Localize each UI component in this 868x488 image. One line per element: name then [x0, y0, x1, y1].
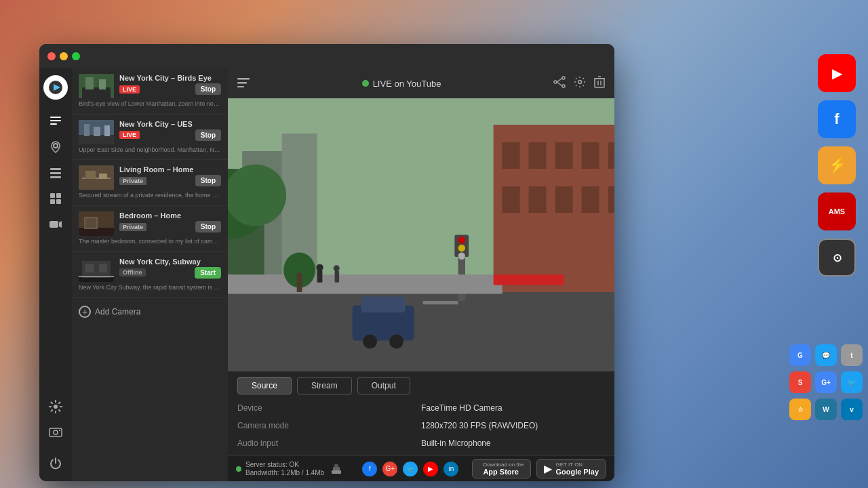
nav-icon-book[interactable] [45, 110, 66, 132]
svg-rect-78 [361, 297, 406, 312]
svg-rect-87 [317, 270, 323, 283]
svg-rect-66 [555, 142, 573, 169]
small-icon-tw[interactable]: 🐦 [841, 371, 863, 393]
app-store-button[interactable]: Download on the App Store [472, 459, 531, 479]
svg-rect-91 [494, 274, 564, 285]
server-status-dot [236, 466, 241, 472]
camera-item-nyc-birds-eye[interactable]: New York City – Birds Eye LIVE Stop Bird… [72, 68, 228, 115]
desktop-icon-ams[interactable]: AMS [818, 192, 856, 230]
svg-rect-2 [50, 117, 61, 118]
top-actions [553, 76, 605, 92]
desktop-icon-facebook[interactable]: f [818, 100, 856, 138]
camera-desc-nyc-birds-eye: Bird's-eye view of Lower Manhattan, zoom… [79, 100, 221, 108]
nav-icon-video[interactable] [45, 214, 66, 235]
add-camera-button[interactable]: + Add Camera [72, 298, 228, 326]
store-buttons: Download on the App Store ▶ GET IT ON Go… [472, 459, 606, 479]
tab-output[interactable]: Output [357, 377, 410, 394]
svg-rect-4 [50, 123, 57, 125]
desktop-icon-s5[interactable]: ⊙ [818, 239, 856, 277]
svg-rect-51 [595, 79, 604, 87]
footer: Server status: OK Bandwidth: 1.2Mb / 1.4… [228, 455, 614, 481]
svg-rect-11 [50, 199, 55, 204]
svg-rect-93 [297, 272, 302, 292]
stop-button-bedroom[interactable]: Stop [195, 221, 221, 232]
nav-icon-map[interactable] [45, 136, 66, 158]
small-icon-chat[interactable]: 💬 [815, 344, 837, 366]
app-store-sub: Download on the [483, 462, 524, 468]
camera-desc-living-room: Secured stream of a private residence, t… [79, 192, 221, 200]
window-controls [47, 52, 80, 60]
camera-item-living-room[interactable]: Living Room – Home Private Stop Secured … [72, 160, 228, 206]
stop-button-nyc-birds-eye[interactable]: Stop [195, 83, 221, 95]
camera-mode-value: 868x488 30 FPS (RAWVIDEO) [421, 419, 605, 432]
maximize-button[interactable] [72, 52, 80, 60]
camera-thumb-nyc-ues [79, 120, 114, 144]
nav-icon-power[interactable] [45, 453, 66, 474]
start-button-subway[interactable]: Start [195, 267, 221, 279]
svg-rect-39 [85, 264, 94, 272]
top-bar: LIVE on YouTube [228, 68, 614, 98]
google-play-sub: GET IT ON [555, 462, 599, 468]
desktop-icons: ▶ f ⚡ AMS ⊙ [818, 54, 856, 277]
small-icon-y[interactable]: ☆ [789, 399, 811, 420]
app-logo[interactable] [43, 75, 68, 100]
social-twitter[interactable]: 🐦 [403, 462, 418, 476]
svg-rect-73 [608, 186, 614, 213]
social-icons: f G+ 🐦 ▶ in [362, 462, 458, 476]
live-dot [362, 80, 369, 87]
camera-desc-subway: New York City Subway, the rapid transit … [79, 284, 221, 292]
google-play-button[interactable]: ▶ GET IT ON Google Play [536, 459, 606, 479]
camera-thumb-nyc-birds-eye [79, 74, 114, 98]
menu-icon[interactable] [237, 77, 250, 91]
bottom-right-icons: G 💬 t S G+ 🐦 ☆ W v [789, 344, 863, 420]
camera-item-subway[interactable]: New York City, Subway Offline Start New … [72, 252, 228, 298]
add-camera-icon: + [79, 306, 91, 318]
svg-rect-96 [334, 464, 338, 468]
social-facebook[interactable]: f [362, 462, 377, 476]
small-icon-g[interactable]: G [789, 344, 811, 366]
nav-icon-list[interactable] [45, 162, 66, 184]
tab-stream[interactable]: Stream [297, 377, 352, 394]
camera-list: New York City – Birds Eye LIVE Stop Bird… [72, 68, 228, 481]
social-linkedin[interactable]: in [443, 462, 458, 476]
settings-button[interactable] [574, 76, 586, 92]
close-button[interactable] [47, 52, 56, 60]
live-status-text: LIVE on YouTube [373, 79, 441, 89]
desktop-icon-youtube[interactable]: ▶ [818, 54, 856, 92]
camera-item-bedroom[interactable]: Bedroom – Home Private Stop The master b… [72, 206, 228, 252]
svg-rect-42 [237, 78, 250, 80]
camera-status-subway: Offline [119, 268, 146, 277]
stop-button-nyc-ues[interactable]: Stop [195, 129, 221, 141]
camera-item-nyc-ues[interactable]: New York City – UES LIVE Stop Upper East… [72, 115, 228, 161]
desktop-icon-thunder[interactable]: ⚡ [818, 146, 856, 184]
small-icon-wp[interactable]: W [815, 399, 837, 420]
small-icon-s[interactable]: S [789, 371, 811, 393]
svg-rect-9 [50, 193, 55, 198]
minimize-button[interactable] [60, 52, 68, 60]
svg-rect-64 [502, 142, 520, 169]
svg-rect-44 [237, 86, 244, 87]
audio-input-label: Audio input [237, 436, 421, 450]
small-icon-g2[interactable]: G+ [815, 371, 837, 393]
nav-icon-grid[interactable] [45, 188, 66, 209]
share-button[interactable] [553, 76, 566, 92]
small-icon-t[interactable]: t [841, 344, 863, 366]
social-youtube[interactable]: ▶ [423, 462, 438, 476]
delete-button[interactable] [594, 76, 605, 92]
svg-rect-24 [79, 135, 114, 144]
svg-point-15 [54, 405, 58, 409]
nav-icon-plus[interactable] [45, 422, 66, 443]
svg-rect-89 [335, 271, 340, 283]
stop-button-living-room[interactable]: Stop [195, 175, 221, 186]
camera-name-nyc-ues: New York City – UES [119, 120, 221, 128]
tab-source[interactable]: Source [237, 377, 292, 394]
svg-rect-94 [332, 470, 341, 474]
svg-rect-16 [50, 428, 62, 436]
social-googleplus[interactable]: G+ [382, 462, 397, 476]
svg-point-79 [363, 334, 377, 348]
camera-thumb-subway [79, 258, 114, 282]
svg-rect-13 [50, 221, 58, 228]
small-icon-v[interactable]: v [841, 399, 863, 420]
nav-icon-settings[interactable] [45, 396, 66, 418]
camera-status-bedroom: Private [119, 223, 146, 231]
